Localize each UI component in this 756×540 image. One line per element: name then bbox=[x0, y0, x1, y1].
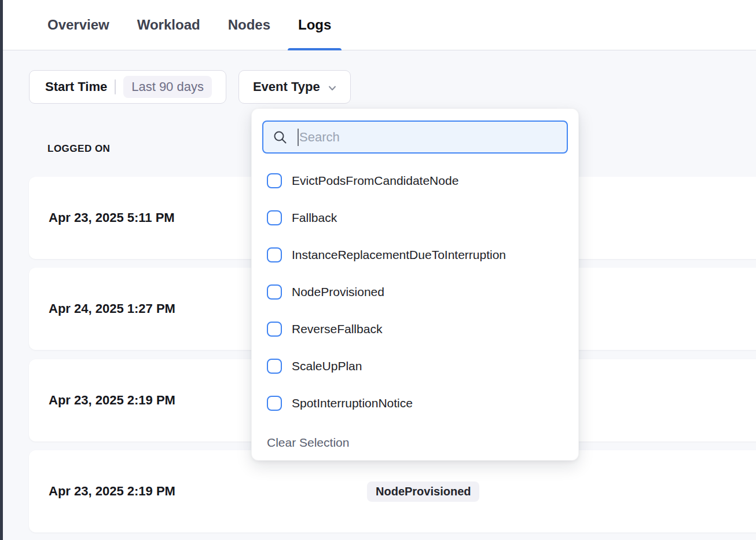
tab-nodes-label: Nodes bbox=[228, 17, 270, 33]
checkbox-unchecked[interactable] bbox=[267, 284, 282, 300]
checkbox-unchecked[interactable] bbox=[267, 396, 282, 411]
logged-on-value: Apr 23, 2025 2:19 PM bbox=[49, 484, 175, 499]
app-edge-strip bbox=[0, 0, 3, 540]
dropdown-search-box[interactable] bbox=[262, 121, 568, 154]
option-nodeprovisioned[interactable]: NodeProvisioned bbox=[252, 273, 578, 311]
event-type-filter[interactable]: Event Type bbox=[238, 70, 351, 104]
checkbox-unchecked[interactable] bbox=[267, 247, 282, 262]
chevron-down-icon bbox=[327, 83, 337, 93]
start-time-filter[interactable]: Start Time Last 90 days bbox=[29, 70, 226, 104]
filter-row: Start Time Last 90 days Event Type bbox=[29, 70, 351, 104]
text-caret bbox=[298, 129, 299, 146]
start-time-value-pill: Last 90 days bbox=[123, 76, 212, 98]
tab-workload-label: Workload bbox=[137, 17, 200, 33]
logged-on-value: Apr 24, 2025 1:27 PM bbox=[49, 301, 175, 316]
checkbox-unchecked[interactable] bbox=[267, 322, 282, 337]
tab-overview[interactable]: Overview bbox=[47, 0, 109, 50]
option-label: ScaleUpPlan bbox=[292, 359, 362, 373]
search-icon bbox=[273, 130, 288, 145]
tab-nodes[interactable]: Nodes bbox=[228, 0, 270, 50]
option-label: InstanceReplacementDueToInterruption bbox=[292, 248, 506, 262]
option-evictpodsfromcandidatenode[interactable]: EvictPodsFromCandidateNode bbox=[252, 162, 578, 199]
option-reversefallback[interactable]: ReverseFallback bbox=[252, 311, 578, 348]
logged-on-value: Apr 23, 2025 5:11 PM bbox=[49, 210, 175, 225]
logged-on-column-header: LOGGED ON bbox=[47, 143, 110, 155]
tab-workload[interactable]: Workload bbox=[137, 0, 200, 50]
event-type-dropdown: EvictPodsFromCandidateNode Fallback Inst… bbox=[251, 108, 579, 461]
event-type-option-list: EvictPodsFromCandidateNode Fallback Inst… bbox=[252, 162, 578, 422]
option-label: EvictPodsFromCandidateNode bbox=[292, 174, 458, 188]
option-label: ReverseFallback bbox=[292, 322, 382, 336]
option-fallback[interactable]: Fallback bbox=[252, 199, 578, 236]
search-input[interactable] bbox=[299, 130, 557, 145]
event-type-badge: NodeProvisioned bbox=[367, 481, 479, 502]
clear-selection-button[interactable]: Clear Selection bbox=[252, 436, 578, 450]
option-instancereplacementduetointerruption[interactable]: InstanceReplacementDueToInterruption bbox=[252, 236, 578, 273]
tab-overview-label: Overview bbox=[47, 17, 109, 33]
option-label: Fallback bbox=[292, 211, 337, 225]
filter-divider bbox=[115, 79, 116, 94]
option-scaleupplan[interactable]: ScaleUpPlan bbox=[252, 348, 578, 385]
tab-bar: Overview Workload Nodes Logs bbox=[3, 0, 756, 50]
checkbox-unchecked[interactable] bbox=[267, 210, 282, 225]
tab-logs[interactable]: Logs bbox=[298, 0, 331, 50]
option-label: SpotInterruptionNotice bbox=[292, 396, 413, 410]
checkbox-unchecked[interactable] bbox=[267, 173, 282, 188]
option-spotinterruptionnotice[interactable]: SpotInterruptionNotice bbox=[252, 385, 578, 422]
tab-logs-label: Logs bbox=[298, 17, 331, 33]
option-label: NodeProvisioned bbox=[292, 285, 384, 299]
logged-on-value: Apr 23, 2025 2:19 PM bbox=[49, 393, 175, 408]
log-row[interactable]: Apr 23, 2025 2:19 PM NodeProvisioned bbox=[29, 450, 756, 532]
checkbox-unchecked[interactable] bbox=[267, 359, 282, 374]
event-type-label: Event Type bbox=[253, 79, 320, 94]
active-tab-indicator bbox=[288, 48, 342, 50]
start-time-label: Start Time bbox=[45, 79, 107, 94]
